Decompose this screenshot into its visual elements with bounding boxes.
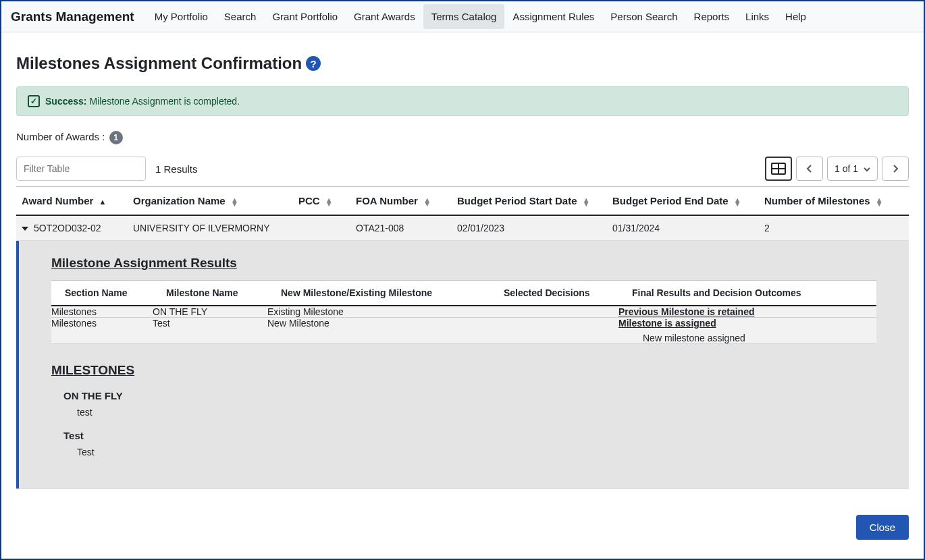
main-content: Milestones Assignment Confirmation ? ✓ S… — [1, 32, 924, 503]
alert-message: Milestone Assignment is completed. — [89, 96, 240, 107]
nav-person-search[interactable]: Person Search — [602, 4, 685, 29]
milestone-desc: Test — [63, 447, 876, 457]
nav-search[interactable]: Search — [216, 4, 265, 29]
sort-icon: ▲▼ — [734, 198, 741, 206]
brand: Grants Management — [11, 9, 134, 24]
inner-cell-milestone: Test — [153, 318, 267, 344]
page-indicator[interactable]: 1 of 1 — [827, 157, 878, 181]
col-award-number[interactable]: Award Number ▲ — [16, 187, 128, 216]
page-title-row: Milestones Assignment Confirmation ? — [16, 54, 909, 73]
footer: Close — [1, 503, 924, 540]
table-header-row: Award Number ▲ Organization Name ▲▼ PCC … — [16, 187, 909, 216]
inner-row: Milestones Test New Milestone Milestone … — [51, 318, 876, 344]
col-organization[interactable]: Organization Name ▲▼ — [128, 187, 293, 216]
inner-row: Milestones ON THE FLY Existing Milestone… — [51, 306, 876, 318]
milestone-item: Test Test — [51, 430, 876, 457]
sort-icon: ▲▼ — [325, 198, 333, 206]
cell-award-number: 5OT2OD032-02 — [34, 223, 101, 233]
prev-page-button[interactable] — [796, 157, 823, 181]
awards-label: Number of Awards : — [16, 131, 105, 142]
sort-icon: ▲▼ — [423, 198, 431, 206]
check-icon: ✓ — [28, 95, 40, 107]
expand-caret-icon[interactable] — [22, 227, 28, 231]
milestone-name: Test — [63, 430, 876, 441]
sort-asc-icon: ▲ — [99, 200, 107, 204]
milestone-item: ON THE FLY test — [51, 390, 876, 418]
inner-col-decisions: Selected Decisions — [490, 281, 618, 306]
inner-col-type: New Milestone/Existing Milestone — [267, 281, 490, 306]
filter-input[interactable] — [16, 157, 146, 181]
col-foa[interactable]: FOA Number ▲▼ — [350, 187, 452, 216]
cell-bp-end: 01/31/2024 — [607, 215, 759, 241]
col-pcc[interactable]: PCC ▲▼ — [293, 187, 350, 216]
cell-organization: UNIVERSITY OF ILVERMORNY — [128, 215, 293, 241]
col-bp-end[interactable]: Budget Period End Date ▲▼ — [607, 187, 759, 216]
close-button[interactable]: Close — [856, 515, 909, 540]
inner-cell-milestone: ON THE FLY — [153, 306, 267, 318]
table-view-icon[interactable] — [765, 157, 792, 181]
col-bp-start[interactable]: Budget Period Start Date ▲▼ — [452, 187, 607, 216]
cell-pcc — [293, 215, 350, 241]
results-title: Milestone Assignment Results — [51, 256, 876, 271]
nav-my-portfolio[interactable]: My Portfolio — [147, 4, 216, 29]
inner-cell-final: Milestone is assigned New milestone assi… — [618, 318, 876, 344]
inner-header-row: Section Name Milestone Name New Mileston… — [51, 281, 876, 306]
col-num-milestones[interactable]: Number of Milestones ▲▼ — [759, 187, 909, 216]
inner-cell-decisions — [490, 318, 618, 344]
cell-num-milestones: 2 — [759, 215, 909, 241]
inner-col-milestone: Milestone Name — [153, 281, 267, 306]
awards-count-badge: 1 — [109, 131, 123, 144]
page-title: Milestones Assignment Confirmation — [16, 54, 302, 73]
milestone-name: ON THE FLY — [63, 390, 876, 401]
inner-cell-section: Milestones — [51, 306, 153, 318]
nav-grant-awards[interactable]: Grant Awards — [346, 4, 423, 29]
sort-icon: ▲▼ — [876, 198, 883, 206]
inner-cell-section: Milestones — [51, 318, 153, 344]
awards-count-row: Number of Awards : 1 — [16, 131, 909, 144]
nav-links[interactable]: Links — [737, 4, 777, 29]
detail-row: Milestone Assignment Results Section Nam… — [16, 241, 909, 489]
awards-table: Award Number ▲ Organization Name ▲▼ PCC … — [16, 186, 909, 489]
help-icon[interactable]: ? — [306, 56, 321, 71]
inner-cell-final: Previous Milestone is retained — [618, 306, 876, 318]
nav-grant-portfolio[interactable]: Grant Portfolio — [264, 4, 346, 29]
milestones-block: MILESTONES ON THE FLY test Test Test — [51, 363, 876, 457]
cell-foa: OTA21-008 — [350, 215, 452, 241]
next-page-button[interactable] — [882, 157, 909, 181]
inner-cell-type: New Milestone — [267, 318, 490, 344]
table-row[interactable]: 5OT2OD032-02 UNIVERSITY OF ILVERMORNY OT… — [16, 215, 909, 241]
detail-panel: Milestone Assignment Results Section Nam… — [16, 241, 909, 488]
results-table: Section Name Milestone Name New Mileston… — [51, 280, 876, 344]
nav-terms-catalog[interactable]: Terms Catalog — [423, 4, 505, 29]
alert-prefix: Success: — [45, 96, 86, 107]
sort-icon: ▲▼ — [583, 198, 590, 206]
top-nav: Grants Management My Portfolio Search Gr… — [1, 1, 924, 32]
chevron-down-icon — [864, 163, 870, 174]
inner-cell-decisions — [490, 306, 618, 318]
cell-bp-start: 02/01/2023 — [452, 215, 607, 241]
success-alert: ✓ Success: Milestone Assignment is compl… — [16, 86, 909, 116]
inner-col-final: Final Results and Decision Outcomes — [618, 281, 876, 306]
table-controls: 1 Results 1 of 1 — [16, 157, 909, 181]
inner-cell-type: Existing Milestone — [267, 306, 490, 318]
results-label: 1 Results — [155, 163, 198, 175]
milestone-desc: test — [63, 407, 876, 418]
inner-col-section: Section Name — [51, 281, 153, 306]
nav-help[interactable]: Help — [777, 4, 814, 29]
nav-assignment-rules[interactable]: Assignment Rules — [504, 4, 602, 29]
milestones-title: MILESTONES — [51, 363, 876, 378]
nav-reports[interactable]: Reports — [686, 4, 738, 29]
sort-icon: ▲▼ — [231, 198, 238, 206]
page-indicator-label: 1 of 1 — [835, 163, 858, 174]
